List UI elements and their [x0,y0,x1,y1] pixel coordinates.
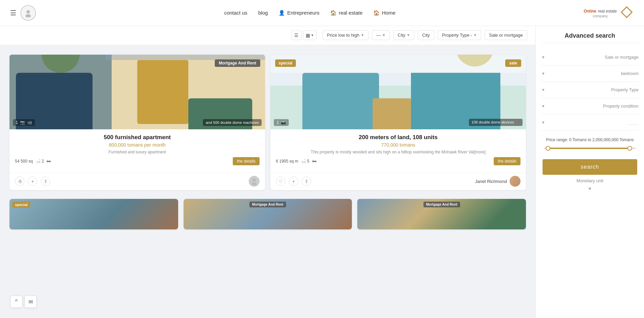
svg-point-1 [25,14,31,17]
logo-wrap: Online real estate company [584,5,634,21]
nav-item-realestate[interactable]: 🏠 real estate [330,10,362,16]
content-area: ☰ ▦ ▼ Price low to high ▼ — ▼ City ▼ Cit… [0,25,535,318]
photo-number: 1 [277,120,279,125]
bottom-chevron-icon[interactable]: ▼ [543,186,637,191]
sale-mortgage-filter-button[interactable]: Sale or mortgage [485,30,527,40]
dislike-count: -5 [18,179,22,184]
header: ☰ 🏠 Home 🏠 real estate 👤 Entrepreneurs b… [0,0,644,25]
property-type-filter-button[interactable]: Property Type - ▼ [438,30,481,40]
like-button[interactable]: ♡ [276,176,285,186]
chevron-down-icon: ▼ [541,120,545,125]
section-label: Sale or mortgage [547,55,639,60]
spec-area: 54 500 sq [15,159,33,164]
header-left: ☰ [10,5,36,21]
section-label: ⎯⎯⎯⎯ [547,120,639,125]
card-details-row: 6 1905 sq m 🛁 5 🛏 the details [276,157,520,165]
overlay-text: and 500 double dome machines [203,119,262,126]
monetary-unit-label: Monetary unit [543,178,637,183]
add-button[interactable]: + [289,176,298,186]
sort-filter-button[interactable]: Price low to high ▼ [323,30,368,40]
scroll-up-button[interactable]: ^ [10,296,22,308]
arrow-up-icon: ^ [15,299,18,305]
share-button[interactable]: ⇧ [41,176,50,186]
card-image-wrap: sale special 1 📷 108 double dome devices… [270,55,526,129]
video-icon: 📹 [27,120,32,125]
footer-actions: -5 + ⇧ [15,176,50,186]
bath-icon: 🛁 [301,159,306,164]
card-footer: -5 + ⇧ [10,173,265,190]
separator-label: — [376,33,381,38]
sidebar-section-header[interactable]: ▼ Property Type [541,86,639,94]
mortgage-badge: Mortgage And Rent [423,202,460,207]
sidebar-section-header[interactable]: ▼ Property condition [541,102,639,110]
logo-online: Online [584,9,596,14]
nav-item-blog[interactable]: blog [258,10,268,16]
sidebar-section-header[interactable]: ▼ ⎯⎯⎯⎯ [541,118,639,126]
sidebar-title: Advanced search [541,32,639,43]
special-badge: special [12,202,30,208]
add-button[interactable]: + [28,176,37,186]
details-button[interactable]: the details [494,157,520,165]
property-title: 500 furnished apartment [15,134,260,141]
chevron-down-icon: ▼ [382,33,385,37]
mail-button[interactable]: ✉ [24,296,37,308]
agent-info: Janet Richmond [475,176,520,187]
city1-filter-button[interactable]: City ▼ [393,30,414,40]
realestate-icon: 🏠 [330,10,337,16]
bath-count: 5 [307,159,309,164]
sidebar-section-header[interactable]: ▼ bedroom [541,70,639,77]
property-card-small: special [10,199,178,229]
logo-tagline: real estate [598,9,617,14]
city2-label: City [422,33,430,38]
share-button[interactable]: ⇧ [302,176,311,186]
sort-label: Price low to high [327,33,359,38]
agent-info [249,176,260,187]
agent-avatar [510,176,520,187]
property-grid: Mortgage And Rent 1 📷 📹 and 500 double d… [0,45,535,196]
separator-filter-button[interactable]: — ▼ [372,30,390,40]
chevron-down-icon: ▼ [406,33,410,37]
avatar[interactable] [20,5,36,21]
spec-area: 6 1905 sq m [276,159,298,164]
nav-item-entrepreneurs[interactable]: 👤 Entrepreneurs [279,10,319,16]
sidebar-section-extra: ▼ ⎯⎯⎯⎯ [541,114,639,131]
price-range-label: Price range: 0 Tomans to 2,000,000,000 T… [543,137,637,142]
area-value: 54 500 sq [15,159,33,164]
sidebar-section-bedroom: ▼ bedroom [541,66,639,82]
property-card-small: Mortgage And Rent [357,199,526,229]
property-badge: Mortgage And Rent [215,59,260,67]
nav-item-contact[interactable]: contact us [224,10,247,16]
sidebar-section-property-condition: ▼ Property condition [541,98,639,114]
card-body: 500 furnished apartment 800,000 tomans p… [10,129,265,171]
chevron-down-icon: ▼ [541,88,545,92]
chevron-down-icon: ▼ [361,33,364,37]
sidebar: Advanced search ▼ Sale or mortgage ▼ bed… [535,25,644,318]
property-card-small: Mortgage And Rent [184,199,352,229]
range-thumb-right[interactable] [627,146,632,151]
agent-name: Janet Richmond [475,179,507,184]
photo-count: 1 📷 [274,119,289,126]
hamburger-icon[interactable]: ☰ [10,9,16,17]
card-body: 200 meters of land, 108 units 770,000 to… [270,129,526,171]
dislike-button[interactable]: -5 [15,176,24,186]
grid-icon: ▦ [306,33,310,38]
range-thumb-left[interactable] [546,146,550,151]
city2-filter-button[interactable]: City [418,30,434,40]
bed-icon: 🛏 [312,159,316,164]
card-footer: ♡ + ⇧ Janet Richmond [270,173,526,190]
details-button[interactable]: the details [233,157,260,165]
area-value: 6 1905 sq m [276,159,298,164]
bath-icon: 🛁 [36,159,41,164]
sidebar-section-header[interactable]: ▼ Sale or mortgage [541,53,639,61]
photo-number: 1 [16,120,18,125]
camera-icon: 📷 [281,120,286,125]
card-image-wrap: Mortgage And Rent 1 📷 📹 and 500 double d… [10,55,265,129]
chevron-down-icon: ▼ [541,104,545,109]
main-layout: ☰ ▦ ▼ Price low to high ▼ — ▼ City ▼ Cit… [0,25,644,318]
range-slider[interactable] [544,145,636,152]
sidebar-section-property-type: ▼ Property Type [541,82,639,98]
list-view-button[interactable]: ☰ [291,31,302,40]
nav-item-home[interactable]: 🏠 Home [373,10,395,16]
grid-view-button[interactable]: ▦ ▼ [303,31,317,40]
search-button[interactable]: search [543,159,637,175]
